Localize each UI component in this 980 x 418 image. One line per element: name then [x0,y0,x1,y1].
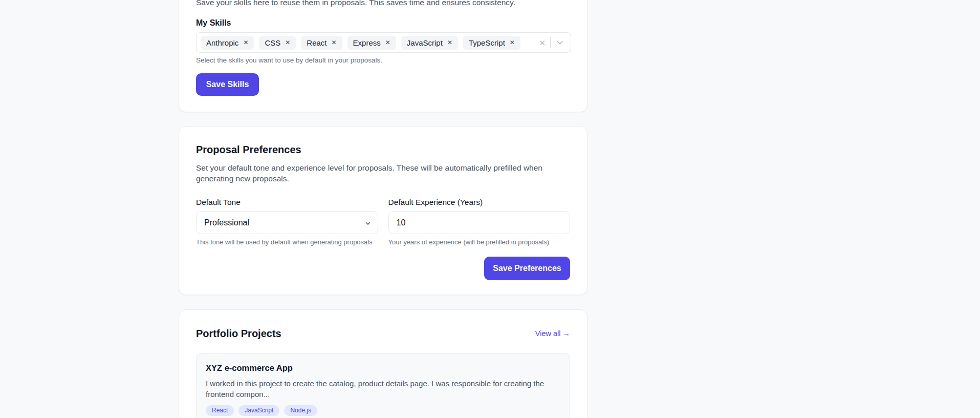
default-experience-label: Default Experience (Years) [388,197,571,207]
save-preferences-button[interactable]: Save Preferences [484,257,570,280]
project-tag-list: React JavaScript Node.js [206,405,560,416]
skill-tag-label: Express [353,38,381,47]
default-tone-select[interactable]: Professional [196,211,378,234]
remove-skill-icon[interactable]: ✕ [332,39,337,46]
skill-tag-label: CSS [265,38,280,47]
remove-skill-icon[interactable]: ✕ [510,39,515,46]
skill-tag: TypeScript ✕ [463,36,520,50]
default-experience-field: Default Experience (Years) Your years of… [388,197,571,246]
default-experience-input[interactable] [388,211,571,234]
settings-page-content: Save your skills here to reuse them in p… [179,0,587,418]
skill-tag-label: TypeScript [469,38,505,47]
skills-tag-list: Anthropic ✕ CSS ✕ React ✕ Express ✕ Java… [201,36,539,50]
skill-tag-label: JavaScript [407,38,443,47]
skills-card: Save your skills here to reuse them in p… [179,0,587,112]
project-tag: Node.js [284,405,317,416]
project-card[interactable]: XYZ e-commerce App I worked in this proj… [196,353,570,418]
skill-tag: Express ✕ [347,36,396,50]
remove-skill-icon[interactable]: ✕ [243,39,248,46]
project-tag: JavaScript [238,405,279,416]
remove-skill-icon[interactable]: ✕ [385,39,390,46]
portfolio-projects-card: Portfolio Projects View all → XYZ e-comm… [179,309,587,418]
remove-skill-icon[interactable]: ✕ [447,39,452,46]
default-tone-helper: This tone will be used by default when g… [196,238,378,246]
preferences-form: Default Tone Professional This tone will… [196,197,570,246]
project-description: I worked in this project to create the c… [206,378,554,400]
project-tag: React [206,405,234,416]
multiselect-indicators: ✕ [539,37,567,48]
skill-tag: Anthropic ✕ [201,36,254,50]
indicator-separator [550,37,551,48]
default-experience-helper: Your years of experience (will be prefil… [388,238,571,246]
preferences-actions: Save Preferences [196,257,570,280]
remove-skill-icon[interactable]: ✕ [285,39,290,46]
save-skills-button[interactable]: Save Skills [196,73,259,96]
skills-helper-text: Select the skills you want to use by def… [196,56,382,64]
skill-tag-label: React [307,38,326,47]
default-tone-field: Default Tone Professional This tone will… [196,197,378,246]
project-name: XYZ e-commerce App [206,363,560,373]
preferences-description: Set your default tone and experience lev… [196,162,562,184]
skill-tag: CSS ✕ [259,36,296,50]
skill-tag-label: Anthropic [206,38,238,47]
portfolio-header: Portfolio Projects View all → [196,327,570,340]
chevron-down-icon[interactable] [555,38,564,47]
preferences-title: Proposal Preferences [196,143,570,156]
my-skills-label: My Skills [196,18,231,28]
view-all-link[interactable]: View all → [535,329,570,338]
portfolio-title: Portfolio Projects [196,327,281,340]
clear-all-icon[interactable]: ✕ [539,39,546,47]
default-tone-label: Default Tone [196,197,378,207]
skills-intro-text: Save your skills here to reuse them in p… [196,0,570,8]
skill-tag: JavaScript ✕ [401,36,458,50]
skills-multiselect[interactable]: Anthropic ✕ CSS ✕ React ✕ Express ✕ Java… [196,32,571,53]
skill-tag: React ✕ [301,36,342,50]
proposal-preferences-card: Proposal Preferences Set your default to… [179,126,587,295]
